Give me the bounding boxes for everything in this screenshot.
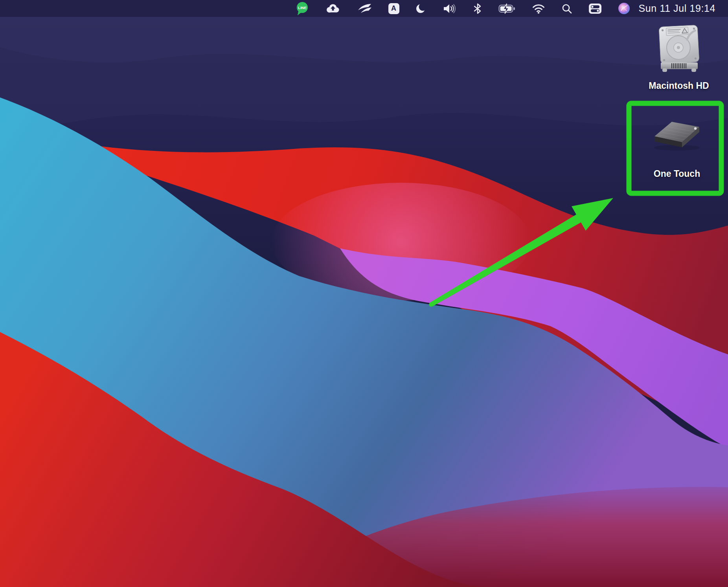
desktop-icon-one-touch[interactable]: One Touch — [647, 116, 706, 183]
bluetooth-icon[interactable] — [473, 0, 482, 17]
wing-icon[interactable] — [357, 0, 372, 17]
external-drive-icon — [647, 116, 706, 152]
menu-bar-status-icons: LINE — [295, 0, 630, 17]
wallpaper — [0, 0, 728, 587]
desktop-icon-label: Macintosh HD — [636, 80, 722, 92]
volume-icon[interactable] — [443, 0, 457, 17]
internal-drive-icon — [649, 23, 708, 76]
do-not-disturb-moon-icon[interactable] — [415, 0, 427, 17]
input-source-letter: A — [388, 3, 399, 14]
desktop-icon-macintosh-hd[interactable]: Macintosh HD — [649, 23, 708, 94]
input-source-icon[interactable]: A — [388, 0, 399, 17]
battery-charging-icon[interactable] — [498, 0, 516, 17]
menu-bar-clock[interactable]: Sun 11 Jul 19:14 — [639, 3, 715, 14]
desktop-icon-label: One Touch — [634, 168, 720, 180]
desktop: LINE — [0, 0, 728, 587]
cloud-upload-icon[interactable] — [325, 0, 340, 17]
menu-bar: LINE — [0, 0, 728, 17]
siri-icon[interactable] — [618, 0, 630, 17]
control-center-icon[interactable] — [588, 0, 602, 17]
svg-text:LINE: LINE — [298, 6, 307, 10]
wifi-icon[interactable] — [532, 0, 545, 17]
line-icon[interactable]: LINE — [295, 0, 309, 17]
spotlight-search-icon[interactable] — [561, 0, 572, 17]
